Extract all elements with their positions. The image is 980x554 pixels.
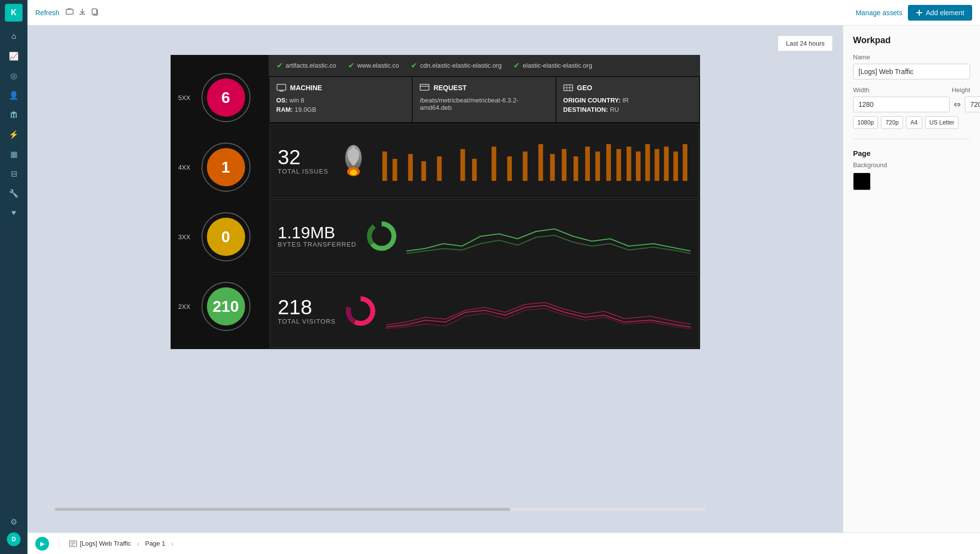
metric-value-bytes: 1.19MB BYTES TRANSFERRED [278,224,357,248]
play-button[interactable]: ▶ [35,537,49,551]
sidebar-icon-heart[interactable]: ♥ [5,204,23,222]
svg-rect-12 [422,161,427,181]
status-label-2xx: 2XX [178,303,196,310]
bottom-tab-workpad[interactable]: [Logs] Web Traffic [69,540,131,547]
link-icon[interactable]: ⇔ [954,99,961,110]
workpad-name-input[interactable] [853,64,970,79]
sidebar-icon-gear[interactable]: ⚙ [5,513,23,530]
metric-icon-flame [336,144,371,178]
divider [853,139,970,139]
time-filter[interactable]: Last 24 hours [778,35,833,51]
domain-item-2: ✔ cdn.elastic-elastic-elastic.org [411,61,502,70]
sidebar-logo[interactable]: K [5,4,23,22]
page-subtitle: Page [853,149,970,157]
check-icon-1: ✔ [348,61,354,70]
main-content: Refresh Manage assets Add element Last 2… [27,0,980,554]
background-label: Background [853,161,970,169]
dimensions-label: Width Height [853,86,970,94]
copy-icon[interactable] [91,7,100,18]
check-icon-3: ✔ [513,61,520,70]
background-color-swatch[interactable] [853,173,871,190]
svg-rect-11 [408,154,413,181]
svg-rect-23 [585,147,590,181]
width-input[interactable] [853,97,950,112]
domain-item-3: ✔ elastic-elastic-elastic.org [513,61,592,70]
domain-item-1: ✔ www.elastic.co [348,61,399,70]
preset-1080p[interactable]: 1080p [853,116,878,129]
sidebar-icon-map[interactable] [5,106,23,124]
preset-720p[interactable]: 720p [881,116,903,129]
sidebar-icon-chart[interactable]: 📈 [5,47,23,65]
status-row-2xx: 2XX 210 [178,282,261,331]
preset-us-letter[interactable]: US Letter [925,116,959,129]
sidebar-icon-home[interactable]: ⌂ [5,27,23,45]
metric-chart-visitors [386,292,691,331]
share-icon[interactable] [65,7,74,18]
svg-rect-25 [606,144,611,181]
manage-assets-button[interactable]: Manage assets [855,9,902,17]
right-panel: ✔ artifacts.elastic.co ✔ www.elastic.co … [269,55,700,349]
machine-title: MACHINE [290,84,322,92]
request-title: REQUEST [433,84,467,92]
export-icon[interactable] [78,7,87,18]
metric-label-bytes: BYTES TRANSFERRED [278,241,357,248]
request-card-title: REQUEST [420,84,549,92]
svg-rect-29 [645,144,650,181]
metric-rows: 32 TOTAL ISSUES [269,123,700,349]
sidebar-icon-table[interactable]: ▦ [5,145,23,163]
domain-label-0: artifacts.elastic.co [286,62,336,69]
add-element-button[interactable]: Add element [908,5,972,21]
check-icon-2: ✔ [411,61,417,70]
canvas-area: Last 24 hours 5XX 6 4XX 1 [27,25,980,532]
canvas-workspace: Last 24 hours 5XX 6 4XX 1 [27,25,843,532]
preset-a4[interactable]: A4 [906,116,922,129]
status-label-3xx: 3XX [178,233,196,241]
chevron-left-icon[interactable]: ‹ [137,540,139,548]
svg-rect-32 [673,151,678,181]
svg-rect-22 [574,156,578,181]
svg-rect-26 [616,149,621,181]
metric-value-issues: 32 TOTAL ISSUES [278,147,329,175]
svg-rect-20 [550,154,555,181]
svg-rect-21 [562,149,567,181]
svg-rect-19 [538,144,543,181]
check-icon-0: ✔ [276,61,283,70]
page-label: Page 1 [145,540,165,547]
domain-bar: ✔ artifacts.elastic.co ✔ www.elastic.co … [269,55,700,76]
sidebar-icon-wrench[interactable]: 🔧 [5,184,23,202]
svg-rect-24 [595,151,600,181]
sidebar-icon-clock[interactable]: ◎ [5,67,23,84]
metric-label-visitors: TOTAL VISITORS [278,318,336,325]
sidebar-icon-filter[interactable]: ⊟ [5,165,23,182]
metric-row-bytes: 1.19MB BYTES TRANSFERRED [270,199,699,273]
sidebar-icon-activity[interactable]: ⚡ [5,126,23,143]
topbar: Refresh Manage assets Add element [27,0,980,25]
height-input[interactable] [965,97,980,112]
status-label-4xx: 4XX [178,164,196,171]
status-circle-5xx-outer: 6 [201,73,251,122]
workpad-title: Workpad [853,35,970,46]
geo-origin: ORIGIN COUNTRY: IR [563,97,692,104]
status-row-3xx: 3XX 0 [178,212,261,261]
chevron-right-icon[interactable]: › [171,540,174,548]
status-circle-4xx: 1 [207,148,245,186]
svg-point-8 [350,170,357,175]
status-circle-2xx: 210 [207,287,245,326]
bottom-tab-label: [Logs] Web Traffic [80,540,131,547]
metric-row-visitors: 218 TOTAL VISITORS [270,274,699,348]
svg-rect-2 [92,9,97,14]
svg-rect-18 [523,151,528,181]
refresh-button[interactable]: Refresh [35,9,59,17]
sidebar: K ⌂ 📈 ◎ 👤 ⚡ ▦ ⊟ 🔧 ♥ ⚙ D [0,0,27,554]
metric-icon-donut-green [364,220,399,252]
status-circle-3xx-outer: 0 [201,212,251,261]
svg-rect-30 [654,149,659,181]
metric-value-visitors: 218 TOTAL VISITORS [278,297,336,325]
request-card: REQUEST /beats/metricbeat/metricbeat-6.3… [413,77,555,122]
status-row-4xx: 4XX 1 [178,143,261,192]
sidebar-icon-user[interactable]: 👤 [5,86,23,104]
machine-ram: RAM: 19.0GB [276,106,405,113]
dimensions-row: ⇔ [853,97,970,112]
metric-icon-donut-pink [344,295,378,327]
svg-rect-9 [382,151,387,181]
